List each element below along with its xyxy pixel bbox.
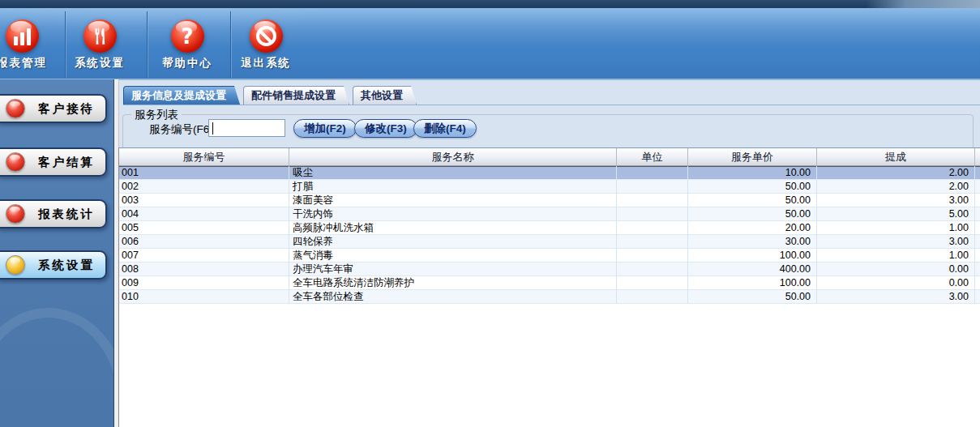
column-header-service-name[interactable]: 服务名称 xyxy=(289,148,617,166)
cell-service-name: 漆面美容 xyxy=(289,194,617,207)
table-row[interactable]: 008 办理汽车年审 400.00 0.00 xyxy=(119,263,980,276)
red-orb-icon xyxy=(6,204,25,224)
table-row[interactable]: 003 漆面美容 50.00 3.00 xyxy=(119,194,980,207)
cell-service-name: 蒸气消毒 xyxy=(289,249,617,263)
toolbar-button-reports[interactable]: 报表管理 xyxy=(0,8,62,79)
cell-commission: 0.00 xyxy=(817,263,975,276)
cell-service-number: 003 xyxy=(119,194,289,207)
table-row[interactable]: 004 干洗内饰 50.00 5.00 xyxy=(119,207,980,221)
toolbar-button-label: 退出系统 xyxy=(225,56,306,70)
table-row[interactable]: 002 打腊 50.00 2.00 xyxy=(119,180,980,194)
main-pane: 服务信息及提成设置 配件销售提成设置 其他设置 服务列表 服务编号(F6): 增… xyxy=(119,79,980,427)
delete-button[interactable]: 删除(F4) xyxy=(413,119,477,138)
cell-unit xyxy=(617,263,688,276)
cell-spacer xyxy=(975,276,980,290)
sidebar-item-label: 客户结算 xyxy=(38,155,95,170)
cell-unit xyxy=(617,166,688,180)
cell-unit xyxy=(617,290,688,304)
cell-service-number: 001 xyxy=(119,166,289,180)
cell-spacer xyxy=(975,166,980,180)
tools-icon xyxy=(83,19,117,53)
cell-unit-price: 50.00 xyxy=(688,290,817,304)
cell-unit xyxy=(617,180,688,194)
toolbar-button-system-settings[interactable]: 系统设置 xyxy=(59,8,140,79)
cell-unit-price: 50.00 xyxy=(688,180,817,194)
cell-service-name: 办理汽车年审 xyxy=(289,263,617,276)
sidebar-item-report-statistics[interactable]: 报表统计 xyxy=(0,199,107,228)
cell-service-name: 吸尘 xyxy=(289,166,617,180)
cell-commission: 3.00 xyxy=(817,235,975,249)
title-bar-corner xyxy=(867,0,980,8)
cell-service-name: 高频脉冲机洗水箱 xyxy=(289,221,617,235)
tab-bar: 服务信息及提成设置 配件销售提成设置 其他设置 xyxy=(123,86,980,105)
cell-service-number: 010 xyxy=(119,290,289,304)
left-sidebar: 客户接待 客户结算 报表统计 系统设置 xyxy=(0,79,113,427)
cell-unit xyxy=(617,207,688,221)
cell-spacer xyxy=(975,249,980,263)
add-button[interactable]: 增加(F2) xyxy=(293,119,357,138)
table-row[interactable]: 006 四轮保养 30.00 3.00 xyxy=(119,235,980,249)
modify-button[interactable]: 修改(F3) xyxy=(354,119,417,138)
toolbar-button-help[interactable]: ? 帮助中心 xyxy=(147,8,228,79)
toolbar-button-label: 帮助中心 xyxy=(147,56,228,70)
cell-commission: 3.00 xyxy=(817,290,975,304)
sidebar-item-customer-reception[interactable]: 客户接待 xyxy=(0,94,107,123)
cell-commission: 0.00 xyxy=(817,276,975,290)
cell-commission: 1.00 xyxy=(817,249,975,263)
sidebar-item-label: 系统设置 xyxy=(38,258,95,273)
table-row[interactable]: 010 全车各部位检查 50.00 3.00 xyxy=(119,290,980,304)
cell-unit xyxy=(617,194,688,207)
title-bar xyxy=(0,0,980,8)
bar-chart-icon xyxy=(6,19,39,53)
cell-service-name: 四轮保养 xyxy=(289,235,617,249)
table-body: 001 吸尘 10.00 2.00 002 打腊 50.00 2.00 003 … xyxy=(119,166,980,304)
cell-unit-price: 10.00 xyxy=(688,166,817,180)
column-header-unit[interactable]: 单位 xyxy=(617,148,688,166)
cell-unit xyxy=(617,276,688,290)
cell-unit xyxy=(617,221,688,235)
cell-service-name: 全车电路系统清洁防潮养护 xyxy=(289,276,617,290)
sidebar-item-customer-settlement[interactable]: 客户结算 xyxy=(0,147,107,177)
service-number-label: 服务编号(F6): xyxy=(149,122,216,137)
cell-unit xyxy=(617,249,688,263)
cell-unit-price: 50.00 xyxy=(688,194,817,207)
cell-unit-price: 30.00 xyxy=(688,235,817,249)
cell-unit xyxy=(617,235,688,249)
column-header-unit-price[interactable]: 服务单价 xyxy=(688,148,817,166)
cell-spacer xyxy=(975,221,980,235)
app-window: 报表管理 系统设置 ? 帮助中心 退出系统 xyxy=(0,0,980,427)
cell-unit-price: 20.00 xyxy=(688,221,817,235)
cell-spacer xyxy=(975,290,980,304)
cell-commission: 2.00 xyxy=(817,180,975,194)
table-row[interactable]: 001 吸尘 10.00 2.00 xyxy=(119,166,980,180)
cell-unit-price: 100.00 xyxy=(688,249,817,263)
column-header-commission[interactable]: 提成 xyxy=(817,148,975,166)
question-icon: ? xyxy=(171,19,204,53)
cell-service-number: 002 xyxy=(119,180,289,194)
toolbar-button-exit[interactable]: 退出系统 xyxy=(225,8,306,79)
table-row[interactable]: 009 全车电路系统清洁防潮养护 100.00 0.00 xyxy=(119,276,980,290)
cell-spacer xyxy=(975,180,980,194)
tab-service-commission-settings[interactable]: 服务信息及提成设置 xyxy=(123,86,240,105)
cell-spacer xyxy=(975,263,980,276)
cell-commission: 3.00 xyxy=(817,194,975,207)
cell-service-name: 全车各部位检查 xyxy=(289,290,617,304)
toolbar-button-label: 系统设置 xyxy=(59,56,140,70)
sidebar-item-label: 报表统计 xyxy=(38,207,95,222)
table-row[interactable]: 007 蒸气消毒 100.00 1.00 xyxy=(119,249,980,263)
red-orb-icon xyxy=(6,152,25,172)
cell-service-number: 005 xyxy=(119,221,289,235)
tab-parts-sales-commission-settings[interactable]: 配件销售提成设置 xyxy=(243,86,349,105)
tab-other-settings[interactable]: 其他设置 xyxy=(353,86,417,105)
cell-spacer xyxy=(975,235,980,249)
cell-spacer xyxy=(975,194,980,207)
sidebar-decorative-ring xyxy=(0,308,113,427)
table-row[interactable]: 005 高频脉冲机洗水箱 20.00 1.00 xyxy=(119,221,980,235)
sidebar-item-label: 客户接待 xyxy=(38,101,95,117)
cell-commission: 1.00 xyxy=(817,221,975,235)
cell-service-number: 006 xyxy=(119,235,289,249)
service-number-input[interactable] xyxy=(208,119,285,137)
column-header-service-number[interactable]: 服务编号 xyxy=(119,148,289,166)
top-toolbar: 报表管理 系统设置 ? 帮助中心 退出系统 xyxy=(0,8,980,79)
sidebar-item-system-settings[interactable]: 系统设置 xyxy=(0,250,107,280)
